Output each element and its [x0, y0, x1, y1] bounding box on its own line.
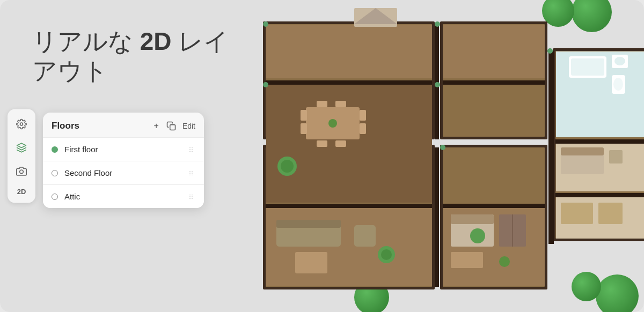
svg-rect-77 — [276, 220, 341, 228]
svg-point-19 — [192, 196, 192, 197]
title-prefix: リアルな — [32, 27, 140, 55]
svg-point-10 — [189, 171, 190, 172]
svg-point-86 — [499, 256, 510, 267]
svg-point-54 — [614, 57, 625, 65]
svg-point-56 — [613, 78, 623, 91]
svg-rect-66 — [301, 110, 307, 121]
svg-rect-41 — [266, 25, 432, 78]
add-floor-button[interactable]: + — [153, 120, 160, 132]
svg-point-98 — [381, 249, 392, 260]
floor-inactive-indicator-attic — [52, 194, 58, 200]
floors-title: Floors — [52, 121, 153, 131]
svg-marker-1 — [17, 143, 26, 147]
svg-rect-73 — [335, 140, 346, 147]
floor-item-first[interactable]: First floor — [43, 138, 204, 161]
svg-rect-69 — [360, 123, 366, 134]
floor-drag-handle-attic[interactable] — [187, 192, 195, 201]
floor-plan-panel — [258, 0, 644, 312]
floor-name-attic: Attic — [64, 192, 187, 201]
svg-rect-68 — [360, 110, 366, 121]
svg-point-15 — [192, 175, 192, 175]
svg-point-13 — [192, 173, 192, 173]
edit-floors-button[interactable]: Edit — [182, 122, 195, 130]
svg-rect-32 — [266, 80, 432, 85]
settings-icon-button[interactable] — [12, 115, 31, 134]
svg-point-17 — [192, 195, 192, 195]
svg-point-89 — [547, 48, 553, 54]
floor-drag-handle-second[interactable] — [187, 169, 195, 177]
svg-point-90 — [263, 82, 268, 87]
svg-rect-3 — [170, 125, 175, 130]
svg-rect-67 — [301, 123, 307, 134]
floor-active-indicator — [52, 146, 58, 153]
svg-rect-42 — [443, 25, 545, 78]
svg-rect-34 — [435, 24, 439, 139]
svg-rect-33 — [443, 80, 545, 85]
svg-rect-82 — [451, 214, 494, 224]
svg-rect-35 — [548, 51, 554, 244]
svg-point-6 — [189, 149, 190, 150]
svg-rect-85 — [451, 252, 483, 268]
svg-rect-71 — [335, 101, 346, 107]
svg-rect-60 — [609, 150, 623, 164]
floor-plan-svg — [258, 5, 644, 311]
side-toolbar: 2D — [8, 109, 35, 203]
copy-floor-button[interactable] — [165, 120, 177, 132]
svg-rect-63 — [598, 203, 623, 224]
left-panel: リアルな 2D レイアウト — [0, 0, 258, 312]
svg-point-7 — [192, 149, 192, 150]
floor-item-second[interactable]: Second Floor — [43, 161, 204, 185]
svg-rect-40 — [555, 193, 644, 197]
svg-point-2 — [20, 170, 24, 174]
svg-rect-59 — [561, 147, 604, 155]
hero-title: リアルな 2D レイアウト — [32, 27, 241, 86]
svg-point-5 — [192, 147, 192, 148]
svg-point-87 — [263, 21, 268, 27]
svg-rect-64 — [266, 85, 432, 203]
floor-name-second: Second Floor — [64, 168, 187, 177]
svg-point-18 — [189, 196, 190, 197]
svg-rect-79 — [354, 225, 376, 247]
svg-point-20 — [189, 198, 190, 199]
svg-point-9 — [192, 151, 192, 152]
svg-point-88 — [435, 21, 440, 27]
svg-point-4 — [189, 147, 190, 148]
svg-rect-52 — [571, 58, 604, 76]
floor-inactive-indicator-second — [52, 170, 58, 176]
svg-rect-62 — [561, 203, 593, 224]
svg-rect-78 — [295, 252, 327, 273]
camera-icon-button[interactable] — [12, 162, 31, 181]
svg-point-0 — [20, 123, 23, 125]
svg-rect-39 — [555, 139, 644, 144]
svg-point-8 — [189, 151, 190, 152]
svg-point-11 — [192, 171, 192, 172]
svg-point-92 — [440, 145, 445, 150]
svg-point-96 — [281, 160, 294, 173]
svg-point-99 — [470, 228, 485, 243]
layers-icon-button[interactable] — [12, 138, 31, 158]
svg-point-21 — [192, 198, 192, 199]
svg-rect-36 — [266, 204, 432, 208]
floor-name-first: First floor — [64, 145, 187, 154]
floors-panel: Floors + Edit First floor — [43, 113, 204, 208]
svg-point-74 — [328, 119, 337, 128]
floors-header: Floors + Edit — [43, 113, 204, 138]
svg-point-91 — [435, 82, 440, 87]
svg-point-12 — [189, 173, 190, 173]
floor-item-attic[interactable]: Attic — [43, 185, 204, 208]
svg-rect-72 — [317, 140, 327, 147]
svg-rect-70 — [317, 101, 327, 107]
svg-point-14 — [189, 175, 190, 175]
title-bold: 2D — [140, 27, 172, 55]
2d-mode-button[interactable]: 2D — [14, 185, 30, 198]
svg-point-16 — [189, 195, 190, 195]
svg-rect-38 — [435, 147, 439, 287]
svg-rect-37 — [443, 204, 545, 208]
floors-actions: + Edit — [153, 120, 195, 132]
app-container: リアルな 2D レイアウト — [0, 0, 644, 312]
floor-drag-handle-first[interactable] — [187, 145, 195, 154]
svg-rect-75 — [266, 208, 432, 286]
